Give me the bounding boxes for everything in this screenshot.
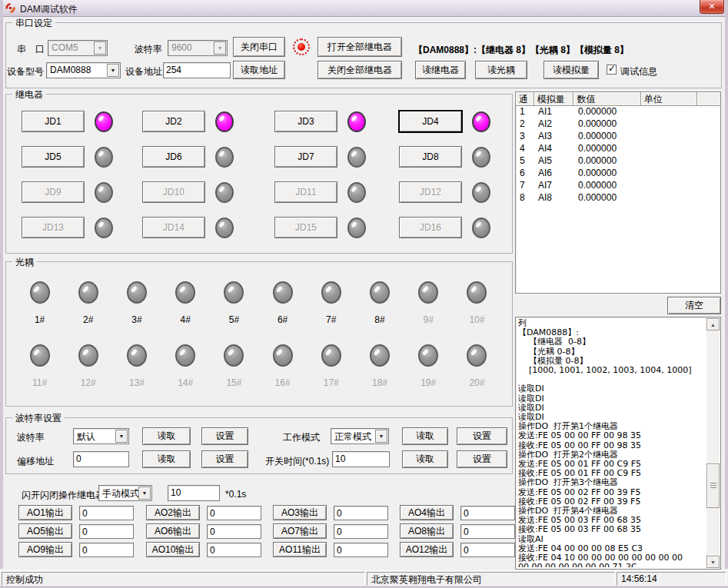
open-all-relays-button[interactable]: 打开全部继电器 — [317, 37, 402, 57]
relay-button-jd14[interactable]: JD14 — [142, 217, 205, 238]
baudrate-set-button[interactable]: 设置 — [201, 427, 248, 445]
analog-cell: AI2 — [534, 118, 574, 131]
chevron-down-icon[interactable]: ▼ — [94, 42, 106, 55]
opto-led-17 — [321, 344, 341, 367]
ao-button-8[interactable]: AO8输出 — [400, 523, 454, 539]
offset-read-button[interactable]: 读取 — [142, 450, 191, 468]
clear-log-button[interactable]: 清空 — [667, 297, 721, 314]
baud-select[interactable]: 9600 ▼ — [168, 40, 228, 56]
ao-input-11[interactable]: 0 — [334, 543, 388, 557]
relay-button-jd1[interactable]: JD1 — [22, 111, 85, 132]
offset-addr-input[interactable]: 0 — [73, 451, 129, 467]
work-mode-select[interactable]: 正常模式 ▼ — [331, 428, 389, 444]
debug-info-checkbox[interactable]: ✓ — [607, 65, 617, 75]
flash-mode-select[interactable]: 手动模式 ▼ — [98, 485, 152, 501]
read-relay-button[interactable]: 读继电器 — [415, 61, 466, 79]
analog-cell: AI1 — [534, 106, 574, 118]
ao-button-7[interactable]: AO7输出 — [273, 523, 327, 539]
opto-cell-7: 7# — [307, 281, 355, 325]
relay-cell-jd16: JD16 — [399, 210, 501, 245]
ao-input-2[interactable]: 0 — [207, 506, 261, 520]
work-mode-read-button[interactable]: 读取 — [402, 427, 448, 445]
switch-time-read-button[interactable]: 读取 — [402, 450, 448, 468]
relay-button-jd11[interactable]: JD11 — [274, 181, 337, 203]
relay-button-jd4[interactable]: JD4 — [399, 111, 462, 132]
baudrate-read-button[interactable]: 读取 — [142, 427, 191, 445]
ao-button-2[interactable]: AO2输出 — [146, 505, 200, 520]
read-analog-button[interactable]: 读模拟量 — [544, 61, 599, 79]
ao-input-8[interactable]: 0 — [460, 524, 515, 539]
scroll-up-icon[interactable]: ▲ — [706, 318, 720, 331]
relay-button-jd9[interactable]: JD9 — [22, 181, 85, 203]
relay-button-jd5[interactable]: JD5 — [22, 146, 85, 168]
relay-button-jd2[interactable]: JD2 — [142, 111, 205, 132]
opto-cell-8: 8# — [355, 281, 404, 325]
ao-button-6[interactable]: AO6输出 — [146, 523, 200, 539]
offset-set-button[interactable]: 设置 — [201, 450, 248, 468]
close-button[interactable]: ✕ — [700, 0, 724, 14]
ao-input-5[interactable]: 0 — [79, 524, 134, 539]
addr-input[interactable]: 254 — [163, 62, 231, 78]
read-opto-button[interactable]: 读光耦 — [475, 61, 527, 79]
status-bar: 控制成功 北京聚英翱翔电子有限公司 14:56:14 — [0, 570, 728, 586]
relay-button-jd15[interactable]: JD15 — [274, 217, 337, 238]
relay-button-jd7[interactable]: JD7 — [274, 146, 337, 168]
read-addr-button[interactable]: 读取地址 — [233, 61, 285, 79]
ao-button-10[interactable]: AO10输出 — [146, 542, 200, 557]
analog-header-cell: 数值 — [573, 92, 640, 106]
opto-led-10 — [467, 281, 487, 304]
log-scrollbar[interactable]: ▲ ▼ — [706, 318, 720, 568]
ao-button-12[interactable]: AO12输出 — [400, 542, 454, 557]
relay-button-jd16[interactable]: JD16 — [399, 217, 462, 238]
baudrate-select[interactable]: 默认 ▼ — [73, 428, 129, 444]
ao-input-4[interactable]: 0 — [460, 506, 515, 520]
switch-time-input[interactable]: 10 — [332, 451, 390, 467]
chevron-down-icon[interactable]: ▼ — [138, 487, 151, 500]
relay-cell-jd14: JD14 — [142, 210, 274, 245]
model-select[interactable]: DAM0888 ▼ — [46, 62, 121, 78]
ao-button-1[interactable]: AO1输出 — [18, 505, 72, 520]
scrollbar-thumb[interactable] — [706, 463, 720, 508]
relay-button-jd8[interactable]: JD8 — [399, 146, 462, 168]
chevron-down-icon[interactable]: ▼ — [214, 42, 226, 55]
relay-led-jd14 — [215, 218, 234, 238]
relay-button-jd12[interactable]: JD12 — [399, 181, 462, 203]
chevron-down-icon[interactable]: ▼ — [107, 64, 119, 77]
relay-button-jd3[interactable]: JD3 — [274, 111, 337, 132]
ao-input-10[interactable]: 0 — [207, 543, 261, 557]
port-select[interactable]: COM5 ▼ — [48, 40, 108, 56]
relay-led-jd2 — [215, 111, 234, 132]
opto-led-2 — [78, 281, 98, 304]
ao-input-1[interactable]: 0 — [79, 506, 134, 520]
ao-input-7[interactable]: 0 — [334, 524, 388, 539]
analog-cell: 5 — [516, 155, 534, 168]
relay-led-jd12 — [472, 182, 490, 203]
log-text: 列 【DAM0888】: 【继电器 0-8】 【光耦 0-8】 【模拟量 0-8… — [518, 319, 705, 567]
switch-time-set-button[interactable]: 设置 — [457, 450, 507, 468]
work-mode-set-button[interactable]: 设置 — [457, 427, 507, 445]
close-serial-button[interactable]: 关闭串口 — [233, 37, 285, 57]
opto-cell-5: 5# — [210, 281, 258, 325]
opto-row-2: 11#12#13#14#15#16#17#18#19#20# — [15, 344, 501, 388]
analog-cell: 8 — [516, 192, 534, 204]
ao-button-9[interactable]: AO9输出 — [18, 542, 72, 557]
ao-button-3[interactable]: AO3输出 — [273, 505, 327, 520]
analog-cell — [642, 155, 699, 168]
relay-led-jd5 — [95, 147, 113, 168]
ao-input-9[interactable]: 0 — [79, 543, 134, 557]
relay-button-jd6[interactable]: JD6 — [142, 146, 205, 168]
relay-button-jd13[interactable]: JD13 — [22, 217, 85, 238]
ao-input-12[interactable]: 0 — [460, 543, 515, 557]
scroll-down-icon[interactable]: ▼ — [706, 556, 720, 568]
chevron-down-icon[interactable]: ▼ — [375, 430, 387, 443]
ao-input-3[interactable]: 0 — [334, 506, 388, 520]
chevron-down-icon[interactable]: ▼ — [115, 430, 128, 443]
baud-settings-legend: 波特率设置 — [12, 412, 65, 425]
ao-button-11[interactable]: AO11输出 — [273, 542, 327, 557]
flash-time-input[interactable]: 10 — [168, 485, 220, 501]
close-all-relays-button[interactable]: 关闭全部继电器 — [317, 61, 402, 79]
relay-button-jd10[interactable]: JD10 — [142, 181, 205, 203]
ao-input-6[interactable]: 0 — [207, 524, 261, 539]
ao-button-4[interactable]: AO4输出 — [400, 505, 454, 520]
ao-button-5[interactable]: AO5输出 — [18, 523, 72, 539]
